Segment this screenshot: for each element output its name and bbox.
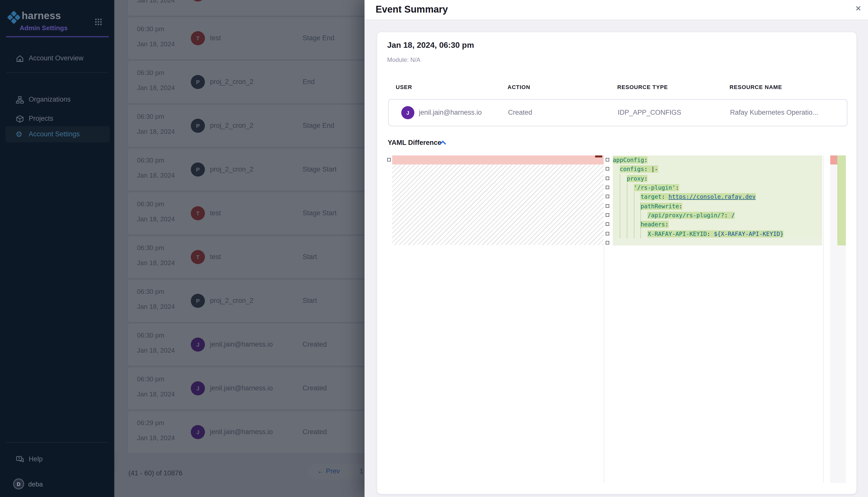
indent-guide xyxy=(641,202,641,239)
sidebar-item-organizations[interactable]: Organizations xyxy=(5,91,110,108)
diff-line-marker xyxy=(606,241,609,244)
diff-code-line: X-RAFAY-API-KEYID: ${X-RAFAY-API-KEYID} xyxy=(613,229,822,239)
sidebar-item-label: Account Overview xyxy=(29,54,84,62)
event-action: Created xyxy=(508,109,532,116)
diff-line-marker xyxy=(606,176,609,180)
chevron-up-icon[interactable] xyxy=(440,140,446,145)
ruler-removed-marker xyxy=(830,155,837,165)
user-profile-chip[interactable]: D deba xyxy=(13,478,99,491)
diff-line-marker xyxy=(606,204,609,208)
column-header-user: USER xyxy=(396,84,412,90)
help-chat-icon: ? xyxy=(16,455,24,464)
event-timestamp: Jan 18, 2024, 06:30 pm xyxy=(387,41,474,50)
module-subtitle: Admin Settings xyxy=(19,24,68,32)
yaml-difference-toggle[interactable]: YAML Difference xyxy=(388,139,441,146)
drawer-title: Event Summary xyxy=(376,4,448,15)
diff-panel-divider xyxy=(604,245,604,483)
event-summary-card: Jan 18, 2024, 06:30 pm Module: N/A USER … xyxy=(377,32,856,494)
harness-logo-icon xyxy=(7,11,20,24)
diff-empty-region xyxy=(392,165,604,245)
sidebar-divider xyxy=(6,442,108,443)
sidebar-item-projects[interactable]: Projects xyxy=(5,111,110,127)
close-icon[interactable]: ✕ xyxy=(855,4,862,13)
diff-line-marker xyxy=(387,158,391,161)
drawer-header: Event Summary ✕ xyxy=(364,0,868,20)
subtitle-underline xyxy=(6,36,109,37)
diff-added-panel: appConfig:configs: |-proxy:'/rs-plugin':… xyxy=(613,155,822,245)
diff-line-marker xyxy=(606,223,609,226)
user-avatar: D xyxy=(13,478,24,489)
diff-code-line: appConfig: xyxy=(613,155,822,165)
diff-code-line: headers: xyxy=(613,220,822,229)
app-root: 06:30 pmJan 18, 2024TtestEnd06:30 pmJan … xyxy=(0,0,868,497)
sidebar-item-account-overview[interactable]: Account Overview xyxy=(5,50,110,67)
diff-line-marker xyxy=(606,232,609,236)
diff-line-marker xyxy=(606,195,609,198)
diff-code-line: '/rs-plugin': xyxy=(613,183,822,193)
gear-icon: ⚙ xyxy=(16,130,24,139)
event-summary-drawer: Event Summary ✕ Jan 18, 2024, 06:30 pm M… xyxy=(364,0,868,497)
column-header-resource-name: RESOURCE NAME xyxy=(730,84,782,90)
diff-line-marker xyxy=(606,158,609,161)
diff-content-edge xyxy=(823,155,824,483)
organizations-icon xyxy=(16,96,24,104)
app-grid-icon[interactable] xyxy=(95,18,102,26)
event-user: jenil.jain@harness.io xyxy=(419,109,482,116)
diff-line-marker xyxy=(606,167,609,171)
indent-guide xyxy=(634,193,634,239)
diff-code-line: /api/proxy/rs-plugin/?: / xyxy=(613,211,822,220)
sidebar-item-help[interactable]: ? Help xyxy=(5,451,110,467)
sidebar-item-label: Projects xyxy=(29,115,53,122)
event-resource-name: Rafay Kubernetes Operatio... xyxy=(730,109,818,116)
sidebar-item-label: Organizations xyxy=(29,96,71,103)
diff-code-line: target: https://console.rafay.dev xyxy=(613,193,822,202)
sidebar-item-label: Account Settings xyxy=(29,130,80,138)
sidebar-divider xyxy=(6,72,108,73)
diff-line-marker xyxy=(606,186,609,189)
yaml-diff-editor[interactable]: appConfig:configs: |-proxy:'/rs-plugin':… xyxy=(387,155,846,483)
sidebar: harness Admin Settings Account Overview xyxy=(0,0,114,497)
diff-removed-notch xyxy=(595,155,602,157)
event-module: Module: N/A xyxy=(387,56,421,63)
event-resource-type: IDP_APP_CONFIGS xyxy=(618,109,681,116)
avatar: J xyxy=(401,106,414,119)
brand-wordmark: harness xyxy=(22,10,61,22)
column-header-resource-type: RESOURCE TYPE xyxy=(617,84,668,90)
home-icon xyxy=(16,54,24,63)
cube-icon xyxy=(16,115,24,123)
diff-line-marker xyxy=(606,213,609,217)
sidebar-item-label: Help xyxy=(29,455,43,463)
event-detail-row: J jenil.jain@harness.io Created IDP_APP_… xyxy=(388,99,848,126)
diff-code-line: pathRewrite: xyxy=(613,202,822,211)
diff-empty-line xyxy=(613,239,822,245)
sidebar-item-account-settings[interactable]: ⚙ Account Settings xyxy=(5,126,110,142)
user-name: deba xyxy=(28,480,43,488)
indent-guide xyxy=(620,174,620,239)
diff-code-line: proxy: xyxy=(613,174,822,183)
svg-text:?: ? xyxy=(18,456,20,460)
indent-guide xyxy=(626,183,627,239)
ruler-added-marker xyxy=(837,155,846,245)
diff-code-line: configs: |- xyxy=(613,165,822,174)
diff-removed-line xyxy=(392,155,604,165)
column-header-action: ACTION xyxy=(508,84,530,90)
